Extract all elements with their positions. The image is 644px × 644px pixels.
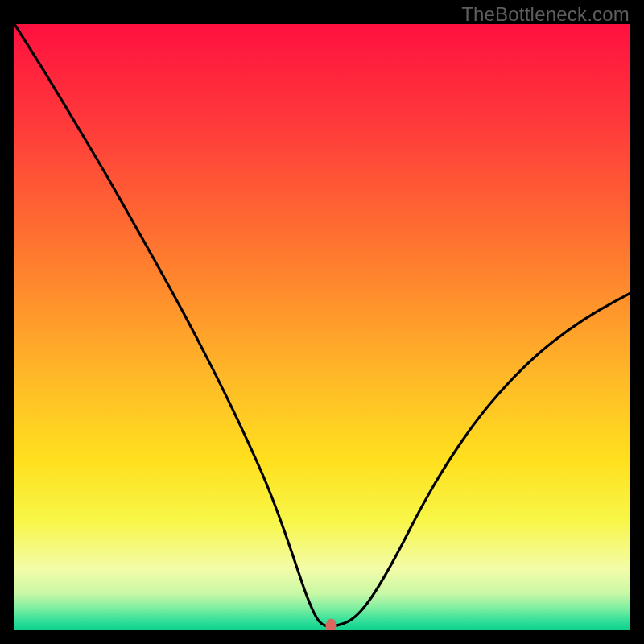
watermark-text: TheBottleneck.com [461,3,630,26]
plot-svg [14,24,630,630]
plot-background [14,24,630,630]
plot-area [14,24,630,630]
chart-frame: TheBottleneck.com [0,0,644,644]
